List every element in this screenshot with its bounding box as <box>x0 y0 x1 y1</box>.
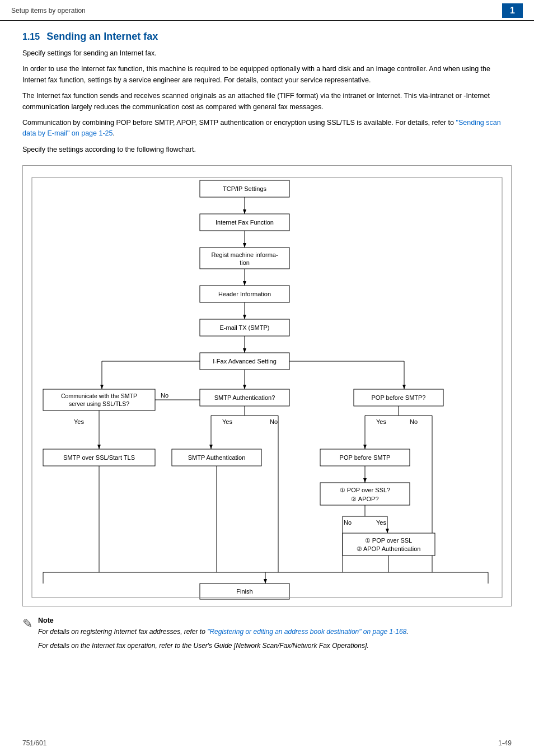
svg-text:server using SSL/TLS?: server using SSL/TLS? <box>69 400 129 407</box>
note-text-1-before: For details on registering Internet fax … <box>38 628 207 636</box>
svg-text:② APOP Authentication: ② APOP Authentication <box>357 545 421 552</box>
svg-text:Yes: Yes <box>376 519 386 526</box>
paragraph-3: The Internet fax function sends and rece… <box>22 91 512 113</box>
svg-text:No: No <box>161 392 168 399</box>
breadcrumb: Setup items by operation <box>11 7 86 15</box>
svg-text:Communicate with the SMTP: Communicate with the SMTP <box>61 393 137 399</box>
svg-text:Regist machine informa-: Regist machine informa- <box>211 251 278 258</box>
paragraph-2: In order to use the Internet fax functio… <box>22 64 512 86</box>
page-header: Setup items by operation 1 <box>0 0 534 21</box>
footer-right: 1-49 <box>498 739 512 747</box>
svg-text:② APOP?: ② APOP? <box>351 496 378 502</box>
flowchart-container: TCP/IP Settings Internet Fax Function Re… <box>22 165 512 606</box>
page-badge: 1 <box>502 3 523 18</box>
note-text-2: For details on the Internet fax operatio… <box>38 641 512 651</box>
svg-text:POP before SMTP: POP before SMTP <box>340 454 391 461</box>
note-label: Note <box>38 617 512 624</box>
paragraph-5: Specify the settings according to the fo… <box>22 144 512 155</box>
svg-text:SMTP Authentication: SMTP Authentication <box>188 454 246 461</box>
svg-text:SMTP Authentication?: SMTP Authentication? <box>214 394 275 401</box>
svg-text:① POP over SSL?: ① POP over SSL? <box>340 487 391 493</box>
svg-text:Internet Fax Function: Internet Fax Function <box>216 219 274 226</box>
note-text-1: For details on registering Internet fax … <box>38 627 512 637</box>
svg-text:I-Fax Advanced Setting: I-Fax Advanced Setting <box>213 358 277 365</box>
svg-text:① POP over SSL: ① POP over SSL <box>365 537 412 544</box>
section-heading: 1.15 Sending an Internet fax <box>22 31 512 43</box>
svg-text:TCP/IP Settings: TCP/IP Settings <box>223 185 267 192</box>
svg-text:POP before SMTP?: POP before SMTP? <box>371 394 425 401</box>
note-section: ✎ Note For details on registering Intern… <box>22 617 512 654</box>
svg-text:tion: tion <box>240 259 250 266</box>
paragraph-4: Communication by combining POP before SM… <box>22 118 512 139</box>
svg-text:Header Information: Header Information <box>218 291 271 297</box>
note-icon: ✎ <box>22 617 32 631</box>
svg-text:No: No <box>270 418 278 425</box>
svg-text:Yes: Yes <box>222 418 232 425</box>
svg-text:Finish: Finish <box>236 588 252 595</box>
footer-left: 751/601 <box>22 739 46 747</box>
svg-text:Yes: Yes <box>376 418 386 425</box>
section-title: Sending an Internet fax <box>46 31 158 43</box>
section-number: 1.15 <box>22 32 40 42</box>
svg-text:SMTP over SSL/Start TLS: SMTP over SSL/Start TLS <box>63 454 135 461</box>
link1-after: . <box>113 129 114 137</box>
note-text-1-after: . <box>406 628 408 636</box>
svg-text:No: No <box>344 519 352 526</box>
paragraph-4-text: Communication by combining POP before SM… <box>22 119 454 127</box>
svg-text:No: No <box>410 418 418 425</box>
page-container: Setup items by operation 1 1.15 Sending … <box>0 0 534 756</box>
main-content: 1.15 Sending an Internet fax Specify set… <box>0 21 534 680</box>
svg-text:E-mail TX (SMTP): E-mail TX (SMTP) <box>219 324 269 331</box>
page-footer: 751/601 1-49 <box>22 739 512 747</box>
note-text-2-plain: For details on the Internet fax operatio… <box>38 642 369 650</box>
flowchart-svg: TCP/IP Settings Internet Fax Function Re… <box>29 175 505 600</box>
address-book-link[interactable]: "Registering or editing an address book … <box>207 628 406 636</box>
note-content: Note For details on registering Internet… <box>38 617 512 654</box>
paragraph-1: Specify settings for sending an Internet… <box>22 48 512 59</box>
svg-rect-68 <box>343 533 435 556</box>
svg-text:Yes: Yes <box>74 418 84 425</box>
